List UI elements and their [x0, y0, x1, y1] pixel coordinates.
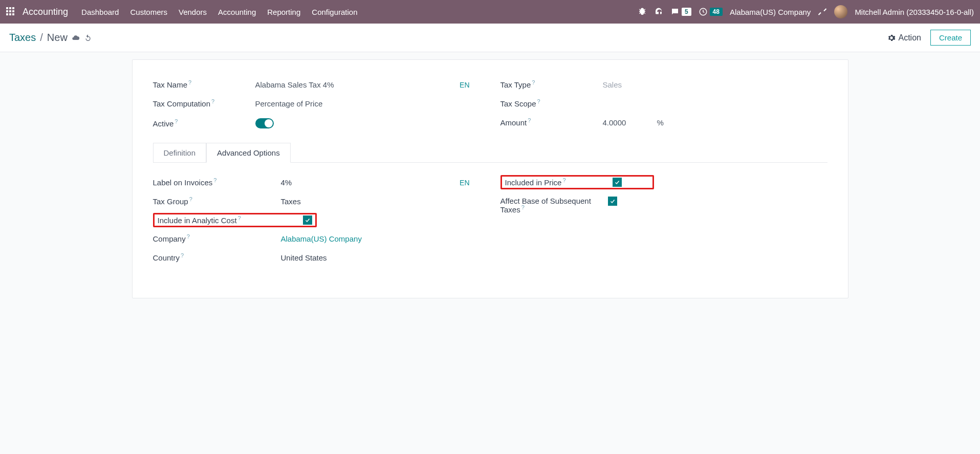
affect-base-checkbox[interactable] — [608, 197, 617, 206]
active-toggle[interactable] — [255, 118, 274, 128]
amount-label: Amount? — [500, 118, 603, 127]
tax-scope-label: Tax Scope? — [500, 99, 603, 108]
nav-vendors[interactable]: Vendors — [179, 8, 207, 16]
include-analytic-label: Include in Analytic Cost? — [158, 216, 241, 225]
tax-group-label: Tax Group? — [153, 197, 281, 206]
breadcrumb-root[interactable]: Taxes — [9, 32, 36, 44]
form-card: Tax Name? Alabama Sales Tax 4% EN Tax Co… — [132, 59, 848, 298]
create-button[interactable]: Create — [930, 30, 971, 46]
user-menu[interactable]: Mitchell Admin (20333450-16-0-all) — [855, 8, 974, 16]
tabs: Definition Advanced Options — [153, 143, 827, 163]
action-label: Action — [899, 33, 921, 42]
messages-indicator[interactable]: 5 — [670, 7, 691, 16]
tab-advanced-options[interactable]: Advanced Options — [206, 143, 291, 163]
included-price-checkbox[interactable] — [613, 178, 622, 187]
discard-icon[interactable] — [84, 34, 92, 42]
active-label: Active? — [153, 119, 255, 128]
bug-icon[interactable] — [638, 7, 647, 16]
tax-group-value[interactable]: Taxes — [281, 197, 480, 206]
nav-reporting[interactable]: Reporting — [267, 8, 300, 16]
avatar[interactable] — [834, 5, 847, 18]
cloud-save-icon[interactable] — [72, 34, 80, 42]
nav-accounting[interactable]: Accounting — [218, 8, 256, 16]
action-bar: Taxes / New Action Create — [0, 24, 980, 52]
company-switcher[interactable]: Alabama(US) Company — [730, 8, 811, 16]
breadcrumb-current: New — [47, 32, 68, 44]
included-price-highlight: Included in Price? — [500, 175, 654, 189]
messages-badge: 5 — [682, 8, 691, 16]
tax-type-value[interactable]: Sales — [603, 80, 827, 89]
tax-name-label: Tax Name? — [153, 80, 255, 89]
clock-icon — [699, 7, 708, 16]
company-label: Company? — [153, 234, 281, 243]
topnav-right: 5 48 Alabama(US) Company Mitchell Admin … — [638, 5, 974, 18]
tax-type-label: Tax Type? — [500, 80, 603, 89]
amount-unit: % — [657, 118, 663, 127]
tax-computation-value[interactable]: Percentage of Price — [255, 99, 480, 108]
label-invoices-value[interactable]: 4% — [281, 178, 460, 187]
include-analytic-highlight: Include in Analytic Cost? — [153, 213, 317, 227]
country-label: Country? — [153, 253, 281, 262]
include-analytic-checkbox[interactable] — [303, 215, 312, 225]
nav-configuration[interactable]: Configuration — [312, 8, 357, 16]
company-value[interactable]: Alabama(US) Company — [281, 234, 480, 243]
tab-definition[interactable]: Definition — [153, 143, 207, 162]
country-value[interactable]: United States — [281, 253, 480, 262]
nav-customers[interactable]: Customers — [130, 8, 167, 16]
activities-badge: 48 — [710, 8, 723, 16]
lang-tag-name[interactable]: EN — [460, 81, 480, 89]
top-navbar: Accounting Dashboard Customers Vendors A… — [0, 0, 980, 24]
app-brand[interactable]: Accounting — [23, 7, 68, 17]
tax-computation-label: Tax Computation? — [153, 99, 255, 108]
breadcrumb-sep: / — [40, 32, 43, 44]
apps-icon[interactable] — [6, 7, 15, 16]
tax-name-value[interactable]: Alabama Sales Tax 4% — [255, 80, 460, 89]
action-menu[interactable]: Action — [887, 33, 921, 42]
affect-base-label: Affect Base of Subsequent Taxes? — [500, 197, 608, 214]
included-price-label: Included in Price? — [505, 178, 613, 187]
nav-dashboard[interactable]: Dashboard — [81, 8, 119, 16]
label-invoices-label: Label on Invoices? — [153, 178, 281, 187]
lang-tag-invoice-label[interactable]: EN — [460, 179, 480, 187]
nav-links: Dashboard Customers Vendors Accounting R… — [81, 8, 357, 16]
activities-indicator[interactable]: 48 — [699, 7, 723, 16]
tools-icon[interactable] — [818, 7, 827, 16]
chat-icon — [670, 7, 680, 16]
support-icon[interactable] — [654, 7, 663, 16]
amount-value[interactable]: 4.0000 — [603, 118, 626, 127]
gear-icon — [887, 34, 896, 42]
breadcrumb: Taxes / New — [9, 32, 92, 44]
